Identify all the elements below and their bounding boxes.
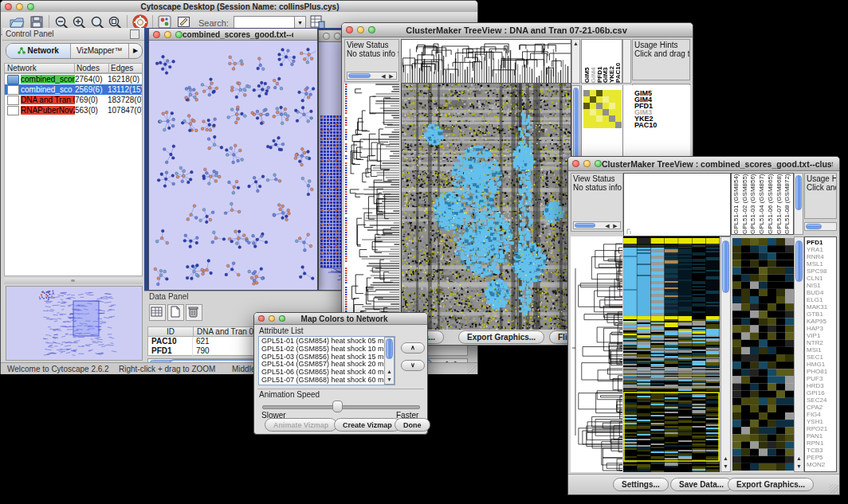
tv1-column-dendrogram[interactable] — [401, 39, 571, 84]
attribute-list-item[interactable]: GPL51-04 (GSM857) heat shock 20 min — [261, 361, 383, 369]
close-icon[interactable] — [153, 31, 160, 38]
tv2-status-hscrollbar[interactable]: ◀ ▶ — [573, 221, 621, 229]
gene-label[interactable]: GTB1 — [807, 311, 836, 318]
gene-label[interactable]: PUF3 — [807, 375, 836, 382]
close-icon[interactable] — [572, 160, 579, 167]
delete-attribute-trash-icon[interactable] — [186, 304, 202, 321]
table-view-icon[interactable] — [149, 304, 166, 321]
tv1-top-vtrack[interactable]: ▲ — [571, 39, 580, 84]
gene-label[interactable]: SEC1 — [807, 354, 836, 361]
network-view-canvas[interactable] — [149, 41, 316, 289]
tv2-hints-hscrollbar[interactable] — [804, 222, 837, 231]
tv1-row-dendrogram[interactable] — [348, 84, 399, 331]
gene-label[interactable]: HMG1 — [807, 361, 836, 368]
scroll-up-icon[interactable]: ▲ — [385, 369, 394, 375]
network-list-row[interactable]: RNAPuberNov2+563(0)107847(0) — [5, 105, 142, 115]
tv2-genes-vscrollbar[interactable]: ▲ ▼ — [794, 236, 804, 472]
zoom-window-icon[interactable] — [595, 160, 602, 167]
close-icon[interactable] — [346, 26, 353, 33]
attribute-list-item[interactable]: GPL51-07 (GSM868) heat shock 60 min — [261, 377, 383, 385]
gene-label[interactable]: SPC98 — [807, 268, 836, 275]
close-icon[interactable] — [258, 315, 265, 322]
gene-label[interactable]: HAP3 — [807, 325, 836, 332]
gene-label[interactable]: MSL1 — [807, 260, 836, 268]
panel-divider-handle[interactable] — [4, 278, 143, 284]
tv2-column-dendrogram[interactable] — [623, 173, 731, 236]
minimize-icon[interactable] — [583, 160, 591, 167]
scroll-right-icon[interactable]: ▶ — [612, 223, 618, 229]
save-data-button[interactable]: Save Data... — [670, 478, 732, 491]
tab-vizmapper[interactable]: VizMapper™ — [71, 44, 129, 58]
scroll-right-icon[interactable]: ▶ — [388, 73, 395, 80]
move-up-button[interactable]: ∧ — [401, 342, 425, 354]
tv1-status-hscrollbar[interactable]: ◀ ▶ — [347, 72, 397, 80]
network-list-row[interactable]: combined_scores2764(0)16218(0) — [5, 74, 142, 84]
slider-thumb[interactable] — [332, 400, 343, 412]
gene-label[interactable]: GPI16 — [807, 389, 836, 397]
main-title-bar[interactable]: Cytoscape Desktop (Session Name: collins… — [1, 1, 477, 13]
dialog-title-bar[interactable]: Map Colors to Network — [254, 313, 427, 325]
zoom-window-icon[interactable] — [27, 3, 34, 10]
resize-grip[interactable] — [829, 484, 838, 494]
close-icon[interactable] — [323, 33, 330, 40]
tab-overflow-arrow[interactable]: ▶ — [129, 44, 142, 58]
gene-label[interactable]: KAP95 — [807, 318, 836, 325]
tab-network[interactable]: Network — [6, 44, 71, 58]
attribute-list[interactable]: GPL51-01 (GSM854) heat shock 05 minGPL51… — [258, 336, 395, 385]
float-panel-icon[interactable] — [130, 29, 139, 39]
export-graphics-button[interactable]: Export Graphics... — [458, 330, 544, 344]
attribute-list-item[interactable]: GPL51-06 (GSM865) heat shock 40 min — [261, 369, 383, 377]
gene-label[interactable]: BUD4 — [807, 289, 836, 296]
treeview1-title-bar[interactable]: ClusterMaker TreeView : DNA and Tran 07-… — [342, 23, 693, 37]
col-network[interactable]: Network — [5, 64, 75, 72]
gene-label[interactable]: SEC24 — [807, 397, 836, 404]
tv2-heatmap[interactable] — [623, 236, 720, 472]
tv2-top-vtrack[interactable] — [794, 173, 803, 235]
tv2-row-dendrogram[interactable] — [571, 236, 622, 472]
minimize-icon[interactable] — [16, 3, 23, 10]
col-nodes[interactable]: Nodes — [75, 64, 109, 72]
tv1-correlation-matrix[interactable] — [583, 90, 622, 128]
col-id[interactable]: ID — [148, 327, 194, 336]
tv2-zoom-heatmap[interactable] — [732, 238, 794, 471]
scroll-up-icon[interactable]: ▲ — [795, 455, 803, 462]
network-window-a[interactable]: combined_scores_good.txt--cluste... — [148, 28, 318, 291]
scroll-down-icon[interactable]: ▼ — [795, 463, 803, 470]
scroll-left-icon[interactable]: ◀ — [380, 73, 387, 80]
move-down-button[interactable]: ∨ — [401, 360, 425, 371]
tv1-label-vtrack[interactable] — [622, 39, 631, 84]
gene-label[interactable]: CPA2 — [807, 404, 836, 411]
gene-label[interactable]: ELG1 — [807, 296, 836, 303]
gene-label[interactable]: PEP5 — [807, 454, 836, 461]
scroll-left-icon[interactable]: ◀ — [604, 223, 610, 229]
network-overview-canvas[interactable] — [6, 287, 140, 358]
gene-label[interactable]: VIP1 — [807, 332, 836, 339]
gene-label[interactable]: RPN1 — [807, 440, 836, 447]
minimize-icon[interactable] — [269, 315, 275, 322]
gene-label[interactable]: CLN1 — [807, 275, 836, 282]
zoom-window-icon[interactable] — [368, 26, 375, 33]
minimize-icon[interactable] — [357, 26, 364, 33]
animation-speed-slider[interactable] — [262, 400, 418, 412]
attribute-list-item[interactable]: GPL51-01 (GSM854) heat shock 05 min — [261, 338, 383, 346]
network-list-row[interactable]: combined_sco2569(6)13112(15) — [5, 84, 142, 95]
gene-label[interactable]: RPO21 — [807, 425, 836, 432]
create-vizmap-button[interactable]: Create Vizmap — [334, 418, 401, 432]
attribute-list-item[interactable]: GPL51-02 (GSM855) heat shock 10 min — [261, 346, 383, 354]
treeview2-title-bar[interactable]: ClusterMaker TreeView : combined_scores_… — [568, 157, 839, 171]
attribute-list-vscrollbar[interactable]: ▲ ▼ — [384, 337, 395, 385]
gene-label[interactable]: RNR4 — [807, 253, 836, 260]
gene-label[interactable]: TCB3 — [807, 447, 836, 454]
scroll-down-icon[interactable]: ▼ — [721, 463, 730, 470]
scroll-down-icon[interactable]: ▼ — [385, 377, 394, 383]
scroll-up-icon[interactable]: ▲ — [721, 455, 730, 462]
animate-vizmap-button[interactable]: Animate Vizmap — [265, 418, 337, 432]
attribute-list-item[interactable]: GPL51-03 (GSM856) heat shock 15 min — [261, 354, 383, 361]
gene-label[interactable]: PHO81 — [807, 368, 836, 375]
network-list-row[interactable]: DNA and Tran 07769(0)183728(0) — [5, 95, 142, 105]
zoom-window-icon[interactable] — [175, 31, 183, 38]
settings-button[interactable]: Settings... — [613, 478, 669, 491]
gene-label[interactable]: MSI1 — [807, 346, 836, 354]
gene-label[interactable]: FIG4 — [807, 411, 836, 418]
new-attribute-icon[interactable] — [167, 304, 184, 321]
